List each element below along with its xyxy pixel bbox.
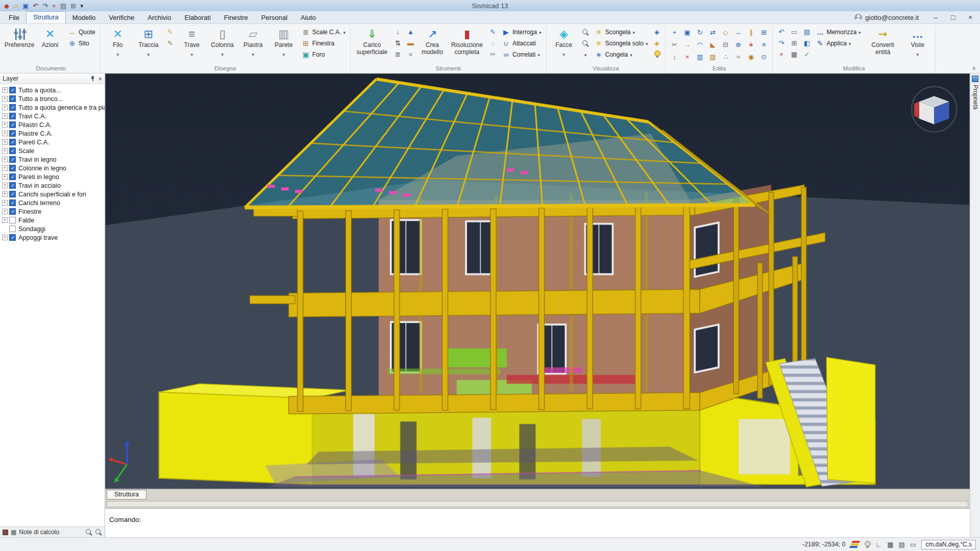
horizontal-scrollbar[interactable] [105,500,970,508]
layer-checkbox[interactable] [9,121,16,128]
zoom-in-icon[interactable] [580,27,592,37]
layer-checkbox[interactable] [9,95,16,102]
viewport-tab-struttura[interactable]: Struttura [107,490,146,499]
zoom-menu-button[interactable] [580,49,592,60]
traccia-button[interactable]: ⊞ Traccia [134,26,163,59]
filo-button[interactable]: ✕ Filo [103,26,133,59]
layer-checkbox[interactable] [9,173,16,180]
layer-row[interactable]: Colonne in legno [0,164,105,172]
array-icon[interactable]: ⊞ [757,27,770,38]
tab-personal[interactable]: Personal [255,12,294,23]
load-multi-icon[interactable]: ⇅ [392,38,404,48]
trim-icon[interactable]: ✂ [668,39,680,51]
expand-icon[interactable] [2,165,8,171]
layer-checkbox[interactable] [9,156,16,163]
layer-row[interactable]: Piastre C.A. [0,129,105,138]
tab-modello[interactable]: Modello [66,12,103,23]
node-icon[interactable]: ▲ [405,27,416,37]
parete-button[interactable]: ▥ Parete [269,26,299,59]
expand-icon[interactable] [2,217,8,223]
layer-checkbox[interactable] [9,234,16,241]
congela-button[interactable]: ∗ Congela [593,49,650,60]
layer-panel-close-button[interactable]: × [98,75,102,83]
search-edit-icon[interactable] [95,529,102,536]
layer-row[interactable]: Pilastri C.A. [0,120,105,129]
layer-row[interactable]: Finestre [0,207,105,216]
tab-struttura[interactable]: Struttura [26,11,66,23]
expand-icon[interactable] [2,235,8,240]
layer-checkbox[interactable] [9,87,16,93]
tab-verifiche[interactable]: Verifiche [102,12,141,23]
layer-checkbox[interactable] [9,130,16,137]
sito-button[interactable]: ⊕ Sito [66,38,97,48]
preferenze-button[interactable]: Preferenze [5,26,34,50]
expand-icon[interactable] [2,157,8,162]
vertex-icon[interactable]: ∴ [719,51,731,63]
layer-checkbox[interactable] [9,199,16,206]
trave-button[interactable]: ≡ Trave [177,26,207,59]
scongela-button[interactable]: ✳ Scongela [593,27,650,37]
minimize-button[interactable]: – [928,12,943,22]
customize-icon[interactable]: ▾ [80,3,84,9]
layer-row[interactable]: Pareti in legno [0,172,105,181]
colonna-button[interactable]: ▯ Colonna [208,26,237,59]
layer-checkbox[interactable] [9,113,16,119]
table-icon[interactable]: ▤ [899,541,905,548]
layer-checkbox[interactable] [9,208,16,215]
layer-row[interactable]: Falde [0,216,105,224]
tab-archivio[interactable]: Archivio [141,12,178,23]
layer-row[interactable]: Tutto a quota... [0,86,105,94]
cut-icon[interactable]: ✂ [487,49,499,60]
report-icon[interactable]: ▦ [11,529,16,536]
layer-checkbox[interactable] [9,217,16,223]
statusbar-bulb-icon[interactable] [864,541,871,548]
break-icon[interactable]: ⊟ [719,39,731,51]
viste-button[interactable]: … Viste [903,26,933,59]
prob-icon[interactable]: ◌ [487,38,499,48]
tab-file[interactable]: File [2,12,26,23]
expand-icon[interactable] [2,191,8,197]
applica-button[interactable]: ✎ Applica [814,38,863,48]
expand-icon[interactable] [2,139,8,145]
close-button[interactable]: × [963,12,978,22]
note-di-calcolo-label[interactable]: Note di calcolo [19,529,59,536]
piastra-button[interactable]: ▱ Piastra [238,26,268,59]
snap-icon[interactable]: ⊙ [757,51,770,63]
load-down-icon[interactable]: ↓ [392,27,404,37]
chamfer-icon[interactable]: ◣ [706,39,719,51]
extend-icon[interactable]: → [681,39,693,51]
attaccati-button[interactable]: ∪ Attaccati [500,38,544,48]
azioni-button[interactable]: ✕ Azioni [35,26,65,50]
chat-icon[interactable]: ▭ [910,541,916,548]
memorizza-button[interactable]: … Memorizza [814,27,863,37]
erase-icon[interactable]: × [681,51,693,63]
wave-icon[interactable]: ≈ [405,49,416,60]
lock-icon[interactable]: ◉ [745,51,757,63]
join-icon[interactable]: ⊕ [732,39,744,51]
layer-row[interactable]: Tutto a tronco... [0,94,105,103]
redo-icon[interactable]: ↷ [42,3,48,9]
lamp-button[interactable] [651,49,663,60]
hatch-icon[interactable]: ▨ [706,51,719,63]
faces-gold-icon[interactable]: ◈ [651,38,663,48]
check-green-icon[interactable]: ✓ [801,49,813,60]
zoom-window-icon[interactable] [580,38,592,48]
correlati-button[interactable]: ∞ Correlati [500,49,544,60]
3d-model-canvas[interactable] [106,74,969,488]
layer-checkbox[interactable] [9,165,16,171]
cells-icon[interactable]: ▦ [788,49,800,60]
scale-ca-button[interactable]: ≣ Scale C.A. [300,27,348,37]
tab-elaborati[interactable]: Elaborati [178,12,217,23]
app-icon[interactable]: ◆ [4,3,9,9]
maximize-button[interactable]: □ [945,12,961,22]
carico-superficiale-button[interactable]: ⇓ Carico superficiale [353,26,391,57]
layer-row[interactable]: Pareti C.A. [0,138,105,146]
scale-icon[interactable]: ◇ [719,27,731,38]
crea-modello-button[interactable]: ↗ Crea modello [418,26,447,57]
interroga-button[interactable]: ▶ Interroga [500,27,544,37]
command-line[interactable]: Comando: [105,508,970,537]
explode-icon[interactable]: ∗ [745,39,757,51]
layer-row[interactable]: Travi in acciaio [0,181,105,190]
delete-red-icon[interactable]: × [775,49,787,60]
pin-icon[interactable] [89,76,95,82]
